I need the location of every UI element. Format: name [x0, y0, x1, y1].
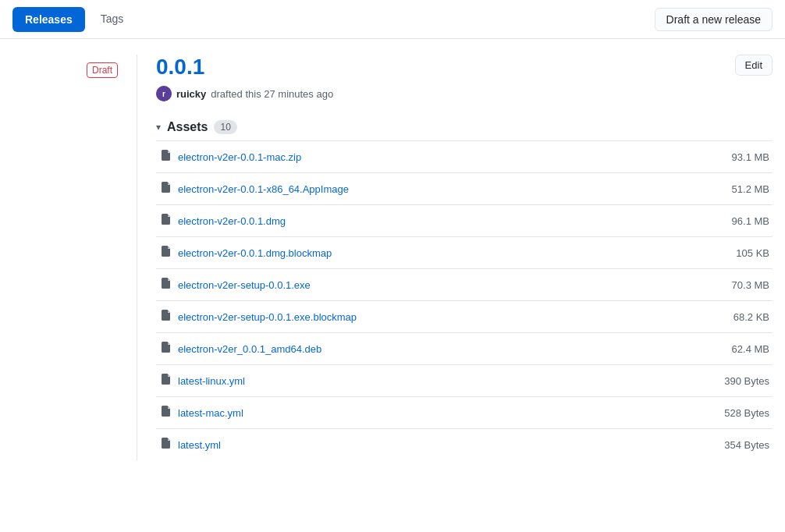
asset-left: electron-v2er-0.0.1.dmg — [159, 213, 286, 229]
release-meta: r ruicky drafted this 27 minutes ago — [156, 86, 773, 101]
asset-item: latest-mac.yml 528 Bytes — [156, 397, 773, 429]
asset-link[interactable]: latest.yml — [178, 439, 221, 451]
asset-size: 62.4 MB — [707, 343, 769, 355]
file-icon — [159, 341, 172, 356]
asset-link[interactable]: latest-mac.yml — [178, 407, 243, 419]
asset-size: 70.3 MB — [707, 279, 769, 291]
asset-link[interactable]: latest-linux.yml — [178, 375, 245, 387]
file-icon — [159, 373, 172, 388]
file-icon — [159, 437, 172, 452]
asset-link[interactable]: electron-v2er-0.0.1-mac.zip — [178, 151, 301, 163]
asset-left: latest-mac.yml — [159, 405, 243, 420]
svg-text:r: r — [162, 90, 165, 98]
asset-size: 390 Bytes — [707, 375, 769, 387]
asset-item: electron-v2er-setup-0.0.1.exe 70.3 MB — [156, 269, 773, 301]
draft-new-release-button[interactable]: Draft a new release — [655, 8, 773, 31]
sidebar: Draft — [12, 55, 137, 460]
assets-title: Assets — [167, 120, 208, 134]
top-nav: Releases Tags Draft a new release — [0, 0, 785, 39]
edit-button[interactable]: Edit — [735, 55, 773, 76]
asset-item: electron-v2er-0.0.1-x86_64.AppImage 51.2… — [156, 173, 773, 205]
asset-item: electron-v2er-0.0.1.dmg 96.1 MB — [156, 205, 773, 237]
file-icon — [159, 213, 172, 229]
tab-releases[interactable]: Releases — [12, 7, 85, 32]
chevron-down-icon: ▾ — [156, 122, 161, 133]
asset-item: electron-v2er-0.0.1.dmg.blockmap 105 KB — [156, 237, 773, 269]
asset-link[interactable]: electron-v2er-0.0.1-x86_64.AppImage — [178, 183, 349, 195]
file-icon — [159, 181, 172, 197]
release-header: 0.0.1 Edit — [156, 55, 773, 80]
asset-item: electron-v2er-setup-0.0.1.exe.blockmap 6… — [156, 301, 773, 333]
asset-left: electron-v2er-0.0.1-x86_64.AppImage — [159, 181, 349, 197]
asset-size: 68.2 KB — [707, 311, 769, 323]
file-icon — [159, 405, 172, 420]
tab-tags[interactable]: Tags — [88, 0, 137, 38]
asset-item: electron-v2er_0.0.1_amd64.deb 62.4 MB — [156, 333, 773, 365]
nav-tabs: Releases Tags — [12, 0, 136, 38]
asset-link[interactable]: electron-v2er-0.0.1.dmg — [178, 215, 286, 227]
asset-link[interactable]: electron-v2er_0.0.1_amd64.deb — [178, 343, 321, 355]
asset-left: latest.yml — [159, 437, 221, 452]
draft-badge: Draft — [87, 62, 118, 78]
release-title[interactable]: 0.0.1 — [156, 55, 204, 80]
file-icon — [159, 309, 172, 325]
asset-left: electron-v2er-0.0.1-mac.zip — [159, 149, 301, 165]
asset-left: latest-linux.yml — [159, 373, 245, 388]
meta-author: ruicky — [176, 88, 206, 100]
asset-size: 354 Bytes — [707, 439, 769, 451]
assets-section: ▾ Assets 10 electron-v2er-0.0.1-mac.zip … — [156, 120, 773, 460]
asset-link[interactable]: electron-v2er-setup-0.0.1.exe — [178, 279, 311, 291]
file-icon — [159, 245, 172, 261]
asset-left: electron-v2er_0.0.1_amd64.deb — [159, 341, 321, 356]
asset-size: 105 KB — [707, 247, 769, 259]
file-icon — [159, 149, 172, 165]
avatar: r — [156, 86, 172, 101]
asset-size: 51.2 MB — [707, 183, 769, 195]
asset-item: electron-v2er-0.0.1-mac.zip 93.1 MB — [156, 141, 773, 173]
assets-count: 10 — [214, 120, 236, 134]
file-icon — [159, 277, 172, 293]
asset-size: 96.1 MB — [707, 215, 769, 227]
asset-left: electron-v2er-setup-0.0.1.exe — [159, 277, 311, 293]
assets-header[interactable]: ▾ Assets 10 — [156, 120, 773, 134]
asset-item: latest-linux.yml 390 Bytes — [156, 365, 773, 397]
asset-left: electron-v2er-setup-0.0.1.exe.blockmap — [159, 309, 357, 325]
asset-link[interactable]: electron-v2er-0.0.1.dmg.blockmap — [178, 247, 332, 259]
meta-text: drafted this 27 minutes ago — [211, 88, 333, 100]
release-content: 0.0.1 Edit r ruicky drafted this 27 minu… — [137, 55, 773, 460]
asset-item: latest.yml 354 Bytes — [156, 429, 773, 460]
main-content: Draft 0.0.1 Edit r ruicky drafted this 2… — [0, 39, 785, 476]
asset-list: electron-v2er-0.0.1-mac.zip 93.1 MB elec… — [156, 140, 773, 460]
asset-link[interactable]: electron-v2er-setup-0.0.1.exe.blockmap — [178, 311, 357, 323]
asset-left: electron-v2er-0.0.1.dmg.blockmap — [159, 245, 332, 261]
asset-size: 93.1 MB — [707, 151, 769, 163]
asset-size: 528 Bytes — [707, 407, 769, 419]
